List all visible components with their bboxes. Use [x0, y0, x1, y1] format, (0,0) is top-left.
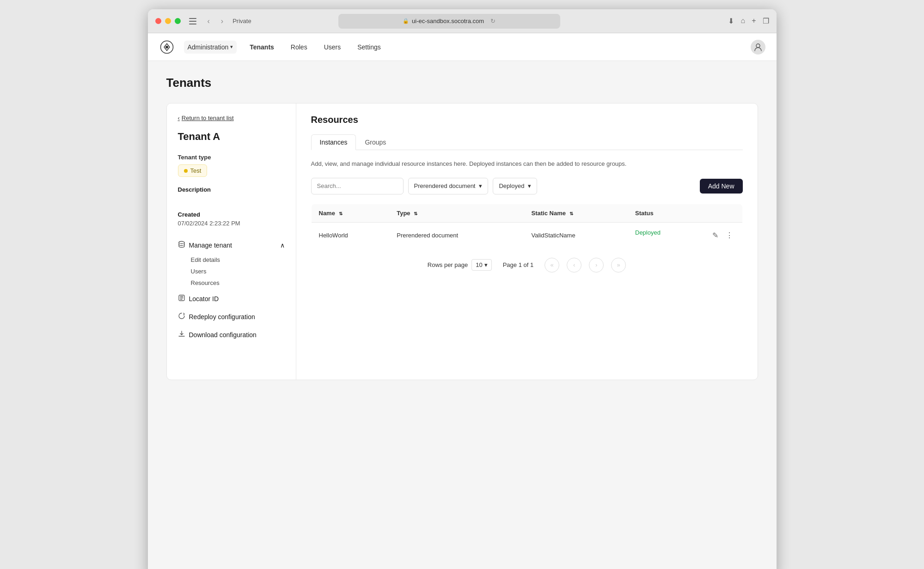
table-header-row: Name ⇅ Type ⇅ Static Name ⇅ — [311, 204, 742, 222]
nav-tenants-label: Tenants — [250, 43, 274, 51]
status-filter-chevron-icon: ▾ — [528, 182, 531, 189]
next-page-button[interactable]: › — [589, 258, 604, 272]
download-icon[interactable]: ⬇ — [728, 17, 734, 25]
col-header-status: Status — [628, 204, 742, 222]
nav-back-button[interactable]: ‹ — [205, 15, 213, 27]
user-avatar[interactable] — [751, 40, 765, 54]
tab-instances[interactable]: Instances — [311, 134, 356, 150]
download-config-icon — [178, 330, 185, 339]
copy-icon[interactable]: ❐ — [763, 17, 769, 25]
nav-users[interactable]: Users — [320, 41, 345, 54]
manage-resources[interactable]: Resources — [191, 277, 285, 289]
created-label: Created — [178, 211, 285, 218]
search-input[interactable] — [311, 178, 404, 194]
private-label: Private — [233, 18, 251, 24]
download-config-action[interactable]: Download configuration — [178, 327, 285, 343]
status-badge: Deployed — [635, 229, 661, 236]
tenant-type-badge: Test — [178, 164, 208, 177]
page-content: Tenants ‹ Return to tenant list Tenant A… — [148, 61, 777, 569]
edit-row-button[interactable]: ✎ — [710, 229, 720, 242]
locator-id-label: Locator ID — [189, 295, 219, 303]
cell-type: Prerendered document — [389, 222, 524, 248]
home-icon[interactable]: ⌂ — [740, 17, 745, 25]
browser-actions: ⬇ ⌂ + ❐ — [728, 17, 769, 25]
manage-tenant-items: Edit details Users Resources — [178, 254, 285, 289]
manage-edit-details[interactable]: Edit details — [191, 254, 285, 266]
svg-rect-2 — [189, 24, 196, 24]
sidebar-toggle-button[interactable] — [186, 16, 199, 26]
last-page-button[interactable]: » — [611, 258, 626, 272]
traffic-lights — [155, 18, 181, 24]
svg-rect-1 — [189, 21, 196, 22]
status-filter-dropdown[interactable]: Deployed ▾ — [493, 178, 537, 194]
database-icon — [178, 241, 185, 249]
static-name-sort-icon: ⇅ — [569, 211, 573, 216]
rows-per-page-value: 10 — [476, 261, 482, 268]
admin-chevron-icon: ▾ — [230, 44, 233, 50]
app-logo — [159, 39, 175, 55]
tenant-name: Tenant A — [178, 131, 285, 143]
rows-per-page-select[interactable]: 10 ▾ — [471, 259, 491, 271]
manage-tenant-header[interactable]: Manage tenant ∧ — [178, 238, 285, 252]
back-link-text: Return to tenant list — [182, 115, 234, 121]
filters-row: Prerendered document ▾ Deployed ▾ Add Ne… — [311, 178, 743, 194]
pagination-row: Rows per page 10 ▾ Page 1 of 1 « ‹ › » — [311, 258, 743, 272]
manage-tenant-label: Manage tenant — [189, 242, 232, 249]
manage-tenant-section: Manage tenant ∧ Edit details Users Resou… — [178, 238, 285, 289]
resources-title: Resources — [311, 115, 743, 125]
redeploy-action[interactable]: Redeploy configuration — [178, 309, 285, 325]
badge-dot-icon — [184, 169, 188, 173]
col-header-name[interactable]: Name ⇅ — [311, 204, 389, 222]
page-info: Page 1 of 1 — [503, 261, 534, 268]
nav-roles-label: Roles — [291, 43, 307, 51]
locator-icon — [178, 294, 185, 303]
rows-per-page: Rows per page 10 ▾ — [428, 259, 492, 271]
description-label: Description — [178, 186, 285, 193]
type-filter-label: Prerendered document — [414, 182, 476, 189]
info-text: Add, view, and manage individual resourc… — [311, 159, 743, 169]
address-bar[interactable]: 🔒 ui-ec-sandbox.socotra.com ↻ — [338, 14, 560, 29]
prev-page-button[interactable]: ‹ — [567, 258, 581, 272]
name-sort-icon: ⇅ — [339, 211, 343, 216]
nav-administration[interactable]: Administration ▾ — [184, 41, 237, 54]
tenant-type-value: Test — [190, 167, 202, 174]
page-title: Tenants — [166, 76, 758, 90]
nav-forward-button[interactable]: › — [218, 15, 226, 27]
cell-status: Deployed ✎ ⋮ — [628, 222, 742, 248]
rows-select-chevron-icon: ▾ — [484, 261, 488, 268]
close-button[interactable] — [155, 18, 161, 24]
svg-point-4 — [165, 46, 168, 48]
maximize-button[interactable] — [175, 18, 181, 24]
type-filter-dropdown[interactable]: Prerendered document ▾ — [408, 178, 489, 194]
tab-groups[interactable]: Groups — [356, 134, 395, 150]
resources-table: Name ⇅ Type ⇅ Static Name ⇅ — [311, 204, 743, 248]
manage-users[interactable]: Users — [191, 266, 285, 277]
cell-name: HelloWorld — [311, 222, 389, 248]
col-header-static-name[interactable]: Static Name ⇅ — [524, 204, 628, 222]
admin-label: Administration — [188, 43, 229, 51]
download-config-label: Download configuration — [189, 331, 257, 339]
svg-rect-0 — [189, 18, 196, 19]
browser-window: ‹ › Private 🔒 ui-ec-sandbox.socotra.com … — [148, 9, 777, 569]
redeploy-label: Redeploy configuration — [189, 313, 255, 321]
back-to-tenant-list-link[interactable]: ‹ Return to tenant list — [178, 115, 285, 121]
first-page-button[interactable]: « — [545, 258, 559, 272]
locator-id-action[interactable]: Locator ID — [178, 291, 285, 307]
add-new-button[interactable]: Add New — [700, 179, 743, 194]
nav-roles[interactable]: Roles — [287, 41, 311, 54]
tenant-sidebar: ‹ Return to tenant list Tenant A Tenant … — [167, 103, 296, 380]
nav-settings-label: Settings — [357, 43, 381, 51]
created-value: 07/02/2024 2:23:22 PM — [178, 220, 285, 227]
svg-point-5 — [756, 44, 760, 48]
lock-icon: 🔒 — [403, 18, 409, 24]
more-actions-button[interactable]: ⋮ — [724, 229, 735, 242]
nav-tenants[interactable]: Tenants — [246, 41, 278, 54]
type-filter-chevron-icon: ▾ — [479, 182, 482, 189]
redeploy-icon — [178, 312, 185, 321]
col-header-type[interactable]: Type ⇅ — [389, 204, 524, 222]
new-tab-icon[interactable]: + — [752, 17, 756, 25]
nav-settings[interactable]: Settings — [354, 41, 385, 54]
status-filter-label: Deployed — [499, 182, 524, 189]
browser-titlebar: ‹ › Private 🔒 ui-ec-sandbox.socotra.com … — [148, 9, 777, 33]
minimize-button[interactable] — [165, 18, 171, 24]
